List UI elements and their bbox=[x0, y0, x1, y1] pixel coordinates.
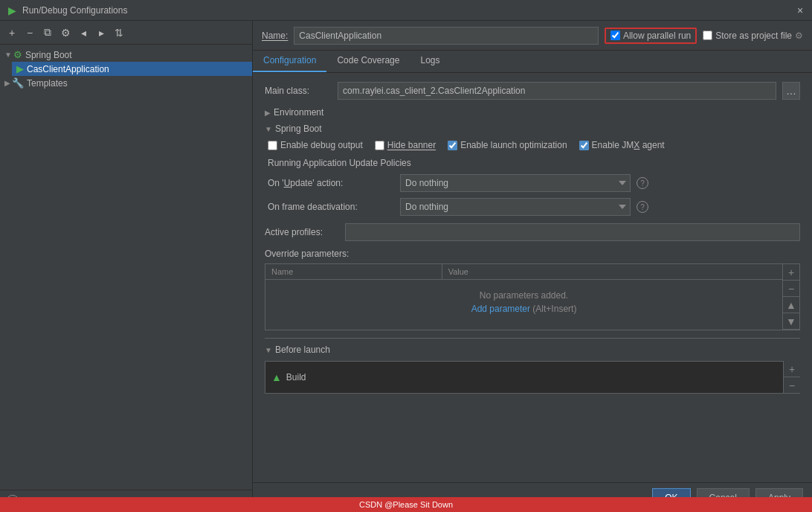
watermark-text: CSDN @Please Sit Down bbox=[359, 500, 453, 509]
active-profiles-label: Active profiles: bbox=[265, 227, 339, 237]
spring-boot-section-header[interactable]: ▼ Spring Boot bbox=[265, 124, 800, 134]
before-launch-actions: + − bbox=[784, 361, 800, 394]
on-update-action-row: On 'Update' action: Do nothing Update cl… bbox=[268, 174, 800, 192]
tab-logs[interactable]: Logs bbox=[410, 51, 450, 72]
allow-parallel-run-checkbox[interactable] bbox=[610, 31, 620, 40]
before-launch-header: ▼ Before launch bbox=[265, 345, 800, 355]
before-launch-section: ▼ Before launch ▲ Build + − bbox=[265, 338, 800, 394]
templates-icon: 🔧 bbox=[12, 77, 24, 89]
sort-button[interactable]: ⇅ bbox=[112, 25, 126, 40]
table-actions: + − ▲ ▼ bbox=[782, 264, 799, 330]
override-parameters-section: Override parameters: Name Value No param… bbox=[265, 249, 800, 330]
running-app-update-policies-label: Running Application Update Policies bbox=[268, 158, 800, 168]
jmx-agent-checkbox-item[interactable]: Enable JMX agent bbox=[579, 140, 665, 150]
tree-group-spring-boot[interactable]: ▼ ⚙ Spring Boot bbox=[0, 48, 252, 62]
tab-configuration[interactable]: Configuration bbox=[253, 51, 326, 72]
spring-boot-group-icon: ⚙ bbox=[13, 49, 22, 60]
on-update-action-help-icon[interactable]: ? bbox=[637, 177, 648, 189]
remove-before-launch-button[interactable]: − bbox=[784, 377, 800, 394]
title-bar-controls: × bbox=[794, 4, 806, 16]
hide-banner-checkbox-item[interactable]: Hide banner bbox=[375, 140, 436, 150]
params-col-value-header: Value bbox=[442, 264, 782, 279]
add-parameter-link[interactable]: Add parameter bbox=[471, 304, 530, 314]
active-profiles-row: Active profiles: bbox=[265, 223, 800, 241]
running-app-update-policies-section: Running Application Update Policies On '… bbox=[268, 158, 800, 216]
active-profiles-input[interactable] bbox=[345, 223, 800, 241]
build-icon: ▲ bbox=[271, 371, 282, 383]
name-label: Name: bbox=[262, 31, 288, 41]
window-title: Run/Debug Configurations bbox=[22, 5, 794, 16]
cas-client-icon: ▶ bbox=[16, 63, 24, 74]
launch-optimization-checkbox-item[interactable]: Enable launch optimization bbox=[448, 140, 567, 150]
close-button[interactable]: × bbox=[794, 4, 806, 16]
tree-group-templates[interactable]: ▶ 🔧 Templates bbox=[0, 76, 252, 90]
templates-label: Templates bbox=[27, 78, 68, 89]
params-table-main: Name Value No parameters added. Add para… bbox=[265, 264, 782, 330]
enable-launch-optimization-checkbox[interactable] bbox=[448, 141, 457, 150]
on-frame-deactivation-select[interactable]: Do nothing Update classes and resources … bbox=[400, 198, 631, 216]
enable-launch-optimization-label: Enable launch optimization bbox=[460, 140, 567, 150]
add-parameter-row: Add parameter (Alt+Insert) bbox=[471, 304, 577, 314]
main-area: + − ⧉ ⚙ ◂ ▸ ⇅ ▼ ⚙ Spring Boot ▶ CasClien… bbox=[0, 21, 812, 512]
environment-label: Environment bbox=[274, 107, 323, 118]
spring-boot-group-label: Spring Boot bbox=[25, 50, 72, 60]
store-as-project-checkbox[interactable] bbox=[703, 31, 712, 40]
title-bar: ▶ Run/Debug Configurations × bbox=[0, 0, 812, 21]
build-row: ▲ Build bbox=[265, 361, 784, 394]
remove-config-button[interactable]: − bbox=[22, 25, 37, 40]
scroll-down-button[interactable]: ▼ bbox=[783, 313, 799, 330]
on-frame-deactivation-help-icon[interactable]: ? bbox=[637, 201, 648, 213]
tab-code-coverage[interactable]: Code Coverage bbox=[326, 51, 410, 72]
on-frame-deactivation-row: On frame deactivation: Do nothing Update… bbox=[268, 198, 800, 216]
main-class-browse-button[interactable]: … bbox=[782, 82, 800, 100]
scroll-up-button[interactable]: ▲ bbox=[783, 297, 799, 313]
name-input[interactable] bbox=[294, 27, 599, 45]
move-left-button[interactable]: ◂ bbox=[76, 25, 91, 40]
add-before-launch-button[interactable]: + bbox=[784, 361, 800, 377]
name-bar: Name: Allow parallel run Store as projec… bbox=[253, 21, 812, 51]
sidebar-toolbar: + − ⧉ ⚙ ◂ ▸ ⇅ bbox=[0, 21, 252, 45]
settings-button[interactable]: ⚙ bbox=[58, 25, 73, 40]
add-param-button[interactable]: + bbox=[783, 264, 799, 281]
move-right-button[interactable]: ▸ bbox=[94, 25, 109, 40]
on-frame-deactivation-label: On frame deactivation: bbox=[268, 202, 394, 212]
params-table-header: Name Value bbox=[265, 264, 782, 280]
spring-boot-label: Spring Boot bbox=[275, 124, 322, 134]
expand-arrow-spring-boot: ▼ bbox=[4, 51, 12, 59]
expand-arrow-templates: ▶ bbox=[4, 79, 10, 87]
enable-debug-output-checkbox[interactable] bbox=[268, 141, 277, 150]
tree-item-cas-client[interactable]: ▶ CasClientApplication bbox=[12, 62, 252, 76]
environment-arrow-icon: ▶ bbox=[265, 109, 271, 117]
tabs: Configuration Code Coverage Logs bbox=[253, 51, 812, 73]
environment-section-header[interactable]: ▶ Environment bbox=[265, 107, 800, 118]
hide-banner-checkbox[interactable] bbox=[375, 141, 384, 150]
copy-config-button[interactable]: ⧉ bbox=[40, 25, 55, 40]
main-class-input[interactable] bbox=[338, 82, 776, 100]
watermark-bar: CSDN @Please Sit Down bbox=[0, 497, 812, 512]
parallel-run-box: Allow parallel run bbox=[605, 28, 697, 44]
debug-output-checkbox-item[interactable]: Enable debug output bbox=[268, 140, 363, 150]
remove-param-button[interactable]: − bbox=[783, 281, 799, 297]
params-col-name-header: Name bbox=[265, 264, 442, 279]
store-project-gear-icon[interactable]: ⚙ bbox=[795, 31, 803, 41]
enable-debug-output-label: Enable debug output bbox=[280, 140, 363, 150]
store-as-project-wrapper: Store as project file ⚙ bbox=[703, 31, 803, 41]
before-launch-arrow-icon: ▼ bbox=[265, 346, 272, 354]
app-icon: ▶ bbox=[6, 4, 18, 16]
enable-jmx-agent-checkbox[interactable] bbox=[579, 141, 589, 150]
params-table-body: No parameters added. Add parameter (Alt+… bbox=[265, 280, 782, 324]
on-update-action-select[interactable]: Do nothing Update classes and resources … bbox=[400, 174, 631, 192]
on-update-action-label: On 'Update' action: bbox=[268, 178, 394, 188]
no-params-text: No parameters added. bbox=[480, 290, 568, 301]
build-label: Build bbox=[286, 372, 777, 383]
main-class-row: Main class: … bbox=[265, 82, 800, 100]
override-parameters-label: Override parameters: bbox=[265, 249, 800, 259]
params-table-wrapper: Name Value No parameters added. Add para… bbox=[265, 263, 800, 330]
add-config-button[interactable]: + bbox=[4, 25, 19, 40]
config-panel: Main class: … ▶ Environment ▼ Spring Boo… bbox=[253, 73, 812, 482]
content-area: Name: Allow parallel run Store as projec… bbox=[253, 21, 812, 512]
allow-parallel-run-label: Allow parallel run bbox=[623, 31, 691, 41]
enable-jmx-agent-label: Enable JMX agent bbox=[592, 140, 665, 150]
add-parameter-shortcut: (Alt+Insert) bbox=[532, 304, 576, 314]
window: ▶ Run/Debug Configurations × + − ⧉ ⚙ ◂ ▸… bbox=[0, 0, 812, 512]
